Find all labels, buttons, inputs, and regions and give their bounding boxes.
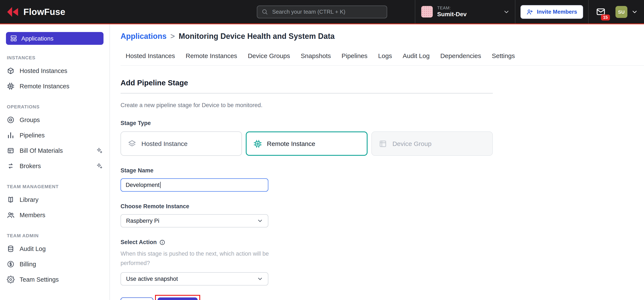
text-cursor bbox=[160, 182, 160, 188]
invite-members-button[interactable]: Invite Members bbox=[521, 5, 583, 19]
cancel-button[interactable]: Cancel bbox=[120, 297, 153, 300]
stage-type-option-label: Remote Instance bbox=[267, 140, 315, 147]
gear-icon bbox=[7, 276, 14, 283]
search-input[interactable] bbox=[271, 8, 382, 15]
user-plus-icon bbox=[527, 8, 534, 15]
stage-type-options: Hosted Instance Remote Instance Device G… bbox=[120, 131, 493, 156]
select-action-help-text: When this stage is pushed to the next, w… bbox=[120, 249, 272, 267]
sidebar-item-label: Library bbox=[20, 196, 38, 203]
chip-icon bbox=[7, 82, 14, 90]
invite-members-label: Invite Members bbox=[537, 9, 577, 15]
pipelines-icon bbox=[7, 131, 14, 139]
page-title: Monitoring Device Health and System Data bbox=[179, 32, 334, 41]
add-stage-button[interactable]: Add Stage bbox=[158, 297, 198, 300]
team-name: Sumit-Dev bbox=[437, 11, 466, 18]
stage-name-label: Stage Name bbox=[120, 167, 493, 174]
sidebar-item-applications[interactable]: Applications bbox=[6, 32, 104, 45]
billing-icon bbox=[7, 260, 14, 268]
stage-name-value: Development bbox=[126, 182, 160, 188]
sidebar-item-hosted-instances[interactable]: Hosted Instances bbox=[0, 63, 110, 79]
user-menu[interactable]: SU bbox=[613, 0, 644, 24]
divider bbox=[120, 93, 493, 93]
sidebar-item-label: Members bbox=[20, 212, 45, 219]
add-pipeline-stage-form: Add Pipeline Stage Create a new pipeline… bbox=[120, 79, 493, 300]
sidebar-item-audit-log[interactable]: Audit Log bbox=[0, 241, 110, 256]
info-icon[interactable] bbox=[159, 239, 165, 245]
action-select[interactable]: Use active snapshot bbox=[120, 272, 268, 285]
user-avatar: SU bbox=[616, 6, 628, 18]
stage-type-option-label: Device Group bbox=[392, 140, 432, 147]
action-value: Use active snapshot bbox=[126, 276, 178, 282]
breadcrumb-applications-link[interactable]: Applications bbox=[120, 32, 166, 41]
select-action-label-text: Select Action bbox=[120, 239, 157, 245]
chevron-down-icon bbox=[503, 8, 510, 15]
brand[interactable]: FlowFuse bbox=[0, 0, 72, 24]
sidebar-item-brokers[interactable]: Brokers bbox=[0, 158, 110, 174]
team-selector[interactable]: TEAM: Sumit-Dev bbox=[415, 0, 515, 24]
sidebar-item-label: Applications bbox=[21, 35, 54, 42]
sidebar-item-label: Remote Instances bbox=[20, 83, 70, 90]
team-meta: TEAM: Sumit-Dev bbox=[437, 6, 466, 18]
tab-audit-log[interactable]: Audit Log bbox=[403, 52, 430, 59]
tab-remote-instances[interactable]: Remote Instances bbox=[186, 52, 237, 59]
sidebar-heading-operations: OPERATIONS bbox=[7, 104, 103, 109]
tab-device-groups[interactable]: Device Groups bbox=[248, 52, 290, 59]
team-avatar bbox=[422, 6, 433, 18]
top-navbar: FlowFuse TEAM: Sumit-Dev bbox=[0, 0, 644, 24]
sidebar-item-team-settings[interactable]: Team Settings bbox=[0, 272, 110, 287]
sidebar-item-groups[interactable]: Groups bbox=[0, 112, 110, 128]
team-label: TEAM: bbox=[437, 6, 466, 11]
form-description: Create a new pipeline stage for Device t… bbox=[120, 102, 493, 108]
stage-type-remote-instance[interactable]: Remote Instance bbox=[246, 131, 368, 156]
sidebar-item-label: Billing bbox=[20, 261, 36, 267]
main-content: Applications > Monitoring Device Health … bbox=[110, 24, 644, 300]
device-group-icon bbox=[379, 139, 388, 148]
sidebar-item-label: Groups bbox=[20, 116, 40, 123]
sidebar-item-bill-of-materials[interactable]: Bill Of Materials bbox=[0, 143, 110, 158]
sidebar: Applications INSTANCES Hosted Instances … bbox=[0, 24, 110, 300]
tab-logs[interactable]: Logs bbox=[378, 52, 392, 59]
notification-count-badge: 15 bbox=[601, 15, 610, 21]
sidebar-item-remote-instances[interactable]: Remote Instances bbox=[0, 79, 110, 94]
sidebar-item-members[interactable]: Members bbox=[0, 207, 110, 223]
members-icon bbox=[7, 211, 14, 219]
chevron-down-icon bbox=[257, 276, 263, 282]
brand-name: FlowFuse bbox=[24, 7, 66, 17]
tab-pipelines[interactable]: Pipelines bbox=[342, 52, 368, 59]
navbar-right: TEAM: Sumit-Dev Invite Members bbox=[415, 0, 644, 24]
team-search[interactable] bbox=[257, 5, 387, 18]
notifications-button[interactable]: 15 bbox=[588, 0, 613, 24]
chevron-down-icon bbox=[257, 218, 263, 224]
application-tabs: Hosted Instances Remote Instances Device… bbox=[120, 52, 644, 66]
sidebar-item-label: Bill Of Materials bbox=[20, 147, 63, 154]
search-icon bbox=[262, 9, 268, 15]
stage-type-hosted-instance[interactable]: Hosted Instance bbox=[120, 131, 242, 156]
sidebar-item-label: Pipelines bbox=[20, 132, 45, 139]
sidebar-item-label: Team Settings bbox=[20, 276, 59, 283]
stage-type-option-label: Hosted Instance bbox=[142, 140, 188, 147]
tab-settings[interactable]: Settings bbox=[492, 52, 515, 59]
sidebar-item-label: Audit Log bbox=[20, 245, 46, 252]
groups-icon bbox=[7, 116, 14, 124]
tab-dependencies[interactable]: Dependencies bbox=[440, 52, 481, 59]
sidebar-item-billing[interactable]: Billing bbox=[0, 256, 110, 272]
tab-snapshots[interactable]: Snapshots bbox=[301, 52, 331, 59]
sidebar-item-pipelines[interactable]: Pipelines bbox=[0, 128, 110, 143]
chip-icon bbox=[253, 139, 262, 148]
sidebar-heading-team-admin: TEAM ADMIN bbox=[7, 233, 103, 238]
breadcrumb: Applications > Monitoring Device Health … bbox=[120, 32, 644, 41]
annotation-highlight-box: Add Stage bbox=[155, 295, 200, 300]
stack-icon bbox=[128, 139, 136, 148]
library-icon bbox=[7, 196, 14, 204]
remote-instance-label: Choose Remote Instance bbox=[120, 203, 493, 210]
chevron-down-icon bbox=[631, 8, 638, 15]
stage-name-input[interactable]: Development bbox=[120, 178, 268, 192]
bill-of-materials-icon bbox=[7, 147, 14, 155]
sparkles-icon bbox=[96, 147, 103, 154]
sidebar-item-library[interactable]: Library bbox=[0, 192, 110, 207]
sparkles-icon bbox=[96, 163, 103, 170]
tab-hosted-instances[interactable]: Hosted Instances bbox=[126, 52, 175, 59]
remote-instance-select[interactable]: Raspberry Pi bbox=[120, 214, 268, 227]
database-icon bbox=[7, 245, 14, 253]
breadcrumb-separator: > bbox=[170, 32, 175, 41]
